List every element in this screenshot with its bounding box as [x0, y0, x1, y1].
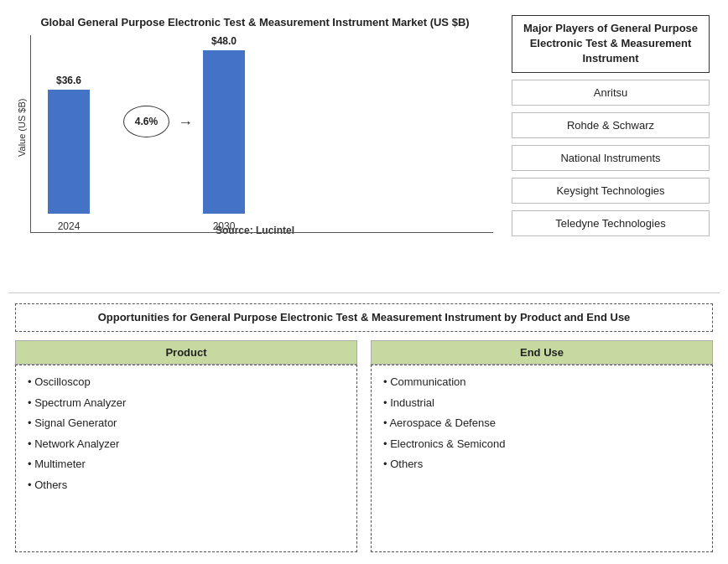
product-column: Product Oscilloscop Spectrum Analyzer Si…: [15, 340, 357, 552]
player-keysight: Keysight Technologies: [512, 178, 710, 204]
players-area: Major Players of General Purpose Electro…: [502, 8, 720, 286]
product-item-6: Others: [28, 477, 345, 494]
y-axis-label: Value (US $B): [17, 52, 27, 203]
product-item-5: Multimeter: [28, 456, 345, 473]
enduse-item-4: Electronics & Semicond: [383, 436, 700, 453]
product-item-3: Signal Generator: [28, 415, 345, 432]
bar-group-2030: $48.0 2030: [203, 35, 245, 232]
enduse-content: Communication Industrial Aerospace & Def…: [371, 365, 713, 552]
product-header: Product: [15, 340, 357, 365]
bar-group-2024: $36.6 2024: [48, 75, 90, 232]
chart-title: Global General Purpose Electronic Test &…: [40, 15, 469, 30]
players-title: Major Players of General Purpose Electro…: [512, 15, 710, 73]
bar-label-2024: 2024: [58, 220, 81, 232]
bar-label-2030: 2030: [213, 220, 236, 232]
bottom-section: Opportunities for General Purpose Electr…: [8, 300, 720, 556]
player-anritsu: Anritsu: [512, 80, 710, 106]
two-columns: Product Oscilloscop Spectrum Analyzer Si…: [15, 340, 713, 552]
product-content: Oscilloscop Spectrum Analyzer Signal Gen…: [15, 365, 357, 552]
product-item-2: Spectrum Analyzer: [28, 395, 345, 411]
product-item-4: Network Analyzer: [28, 436, 345, 453]
cagr-bubble: 4.6%: [123, 106, 169, 137]
bar-value-2024: $36.6: [56, 75, 81, 86]
bar-2030: [203, 50, 245, 214]
enduse-item-5: Others: [383, 456, 700, 473]
player-national: National Instruments: [512, 145, 710, 171]
chart-area: Global General Purpose Electronic Test &…: [8, 8, 502, 286]
bars-container: $36.6 2024 4.6% →: [30, 35, 493, 220]
enduse-column: End Use Communication Industrial Aerospa…: [371, 340, 713, 552]
bar-2024: [48, 90, 90, 214]
enduse-item-2: Industrial: [383, 395, 700, 411]
top-section: Global General Purpose Electronic Test &…: [8, 8, 720, 293]
bar-value-2030: $48.0: [211, 35, 237, 47]
enduse-item-1: Communication: [383, 374, 700, 391]
player-teledyne: Teledyne Technologies: [512, 210, 710, 236]
chart-wrapper: Value (US $B) $36.6 2024 4.6%: [17, 35, 493, 220]
bars-area: $36.6 2024 4.6% →: [30, 35, 493, 233]
enduse-item-3: Aerospace & Defense: [383, 415, 700, 432]
product-item-1: Oscilloscop: [28, 374, 345, 391]
player-rohde: Rohde & Schwarz: [512, 112, 710, 138]
cagr-arrow: →: [178, 114, 193, 132]
enduse-header: End Use: [371, 340, 713, 365]
opportunities-title: Opportunities for General Purpose Electr…: [15, 303, 713, 332]
